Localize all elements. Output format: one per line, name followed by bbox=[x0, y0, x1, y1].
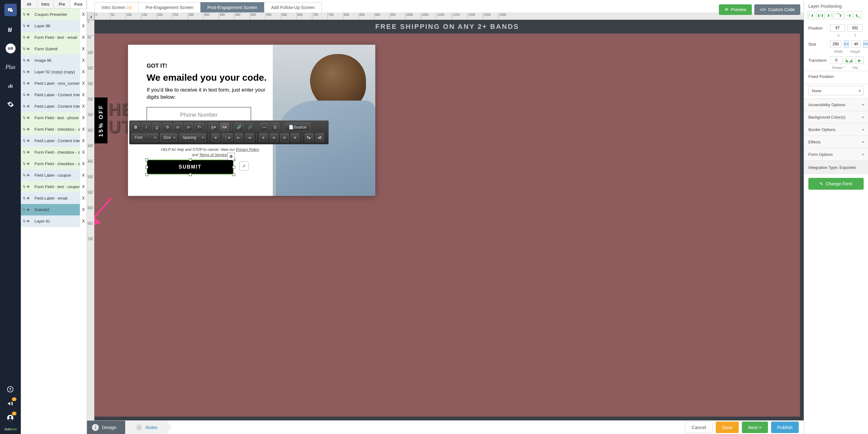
outdent-button[interactable]: ⇤ bbox=[235, 133, 243, 142]
selection-handle[interactable] bbox=[145, 158, 148, 161]
accordion-accessibility-options[interactable]: Accessibility Options▾ bbox=[804, 98, 868, 111]
delete-layer-icon[interactable]: X bbox=[80, 66, 87, 78]
selection-handle[interactable] bbox=[189, 158, 192, 161]
delete-layer-icon[interactable]: X bbox=[80, 32, 87, 43]
delete-layer-icon[interactable]: X bbox=[80, 135, 87, 146]
align-justify-button[interactable]: ≡ bbox=[291, 133, 300, 142]
drag-handle-icon[interactable]: ⇅ bbox=[21, 24, 25, 28]
layer-row[interactable]: ⇅👁Form Field - text - phoneX bbox=[21, 112, 87, 124]
banner-text[interactable]: FREE SHIPPING ON ANY 2+ BANDS bbox=[94, 20, 800, 34]
selection-handle[interactable] bbox=[145, 173, 148, 176]
align-top-icon[interactable]: ▔▮ bbox=[835, 11, 843, 19]
delete-layer-icon[interactable]: X bbox=[80, 9, 87, 20]
next-button[interactable]: Next > bbox=[742, 422, 768, 433]
drag-handle-icon[interactable]: ⇅ bbox=[21, 58, 25, 62]
width-input[interactable] bbox=[830, 40, 841, 48]
source-button[interactable]: 📄 Source bbox=[285, 123, 310, 131]
visibility-icon[interactable]: 👁 bbox=[25, 12, 31, 17]
app-logo[interactable] bbox=[4, 4, 17, 16]
align-center-h-icon[interactable]: ▮│▮ bbox=[816, 11, 825, 19]
indent-button[interactable]: ⇥ bbox=[245, 133, 254, 142]
layer-row[interactable]: ⇅👁Layer 52 (copy) (copy)X bbox=[21, 66, 87, 78]
visibility-icon[interactable]: 👁 bbox=[25, 58, 31, 63]
drag-handle-icon[interactable]: ⇅ bbox=[21, 104, 25, 108]
delete-layer-icon[interactable]: X bbox=[80, 112, 87, 124]
visibility-icon[interactable]: 👁 bbox=[25, 104, 31, 109]
layer-row[interactable]: ⇅👁Form Field - text - emailX bbox=[21, 32, 87, 43]
strike-button[interactable]: S bbox=[163, 123, 172, 131]
spacing-dropdown[interactable]: Spacing bbox=[179, 133, 206, 142]
delete-layer-icon[interactable]: X bbox=[80, 20, 87, 32]
visibility-icon[interactable]: 👁 bbox=[25, 93, 31, 97]
layer-row[interactable]: ⇅👁Form Field - text - couponX bbox=[21, 181, 87, 193]
align-right-icon[interactable]: ▮▕ bbox=[826, 11, 834, 19]
fixed-position-select[interactable]: None bbox=[808, 86, 864, 95]
delete-layer-icon[interactable]: X bbox=[80, 146, 87, 158]
visibility-icon[interactable]: 👁 bbox=[25, 81, 31, 86]
layer-row[interactable]: ⇅👁Image 96X bbox=[21, 55, 87, 66]
layer-tab-all[interactable]: All bbox=[21, 0, 37, 8]
selection-handle[interactable] bbox=[232, 173, 235, 176]
drag-handle-icon[interactable]: ⇅ bbox=[21, 93, 25, 97]
screen-tab[interactable]: Intro Screen (x) bbox=[94, 2, 138, 13]
custom-code-button[interactable]: </> Custom Code bbox=[754, 4, 800, 15]
accordion-background-color-s-[interactable]: Background Color(s)▾ bbox=[804, 111, 868, 123]
change-form-button[interactable]: ✎ Change Form bbox=[808, 178, 864, 190]
selection-handle[interactable] bbox=[145, 166, 148, 169]
announce-icon[interactable]: 5 bbox=[5, 399, 15, 408]
drag-handle-icon[interactable]: ⇅ bbox=[21, 185, 25, 189]
drag-handle-icon[interactable]: ⇅ bbox=[21, 12, 25, 16]
clear-format-button[interactable]: Tx bbox=[195, 123, 204, 131]
privacy-link[interactable]: Privacy Policy bbox=[236, 147, 259, 152]
visibility-icon[interactable]: 👁 bbox=[25, 24, 31, 28]
layer-row[interactable]: ⇅👁Field Label - Content IntegrationX bbox=[21, 101, 87, 112]
align-left-button[interactable]: ≡ bbox=[259, 133, 268, 142]
drag-handle-icon[interactable]: ⇅ bbox=[21, 196, 25, 200]
pos-y-input[interactable] bbox=[847, 24, 862, 32]
hr-button[interactable]: — bbox=[260, 123, 269, 131]
bold-button[interactable]: B bbox=[131, 123, 140, 131]
visibility-icon[interactable]: 👁 bbox=[25, 70, 31, 74]
drag-handle-icon[interactable]: ⇅ bbox=[21, 173, 25, 177]
unlink-button[interactable]: 🔗 bbox=[245, 123, 255, 131]
screen-tab[interactable]: Post-Engagement Screen bbox=[200, 2, 265, 13]
drag-handle-icon[interactable]: ⇅ bbox=[21, 219, 25, 223]
settings-icon[interactable] bbox=[6, 99, 16, 109]
width-unit[interactable]: PX bbox=[844, 40, 849, 48]
drag-handle-icon[interactable]: ⇅ bbox=[21, 70, 25, 74]
cancel-button[interactable]: Cancel bbox=[685, 422, 713, 433]
special-char-button[interactable]: Ω bbox=[271, 123, 279, 131]
ab-test-icon[interactable]: A/B bbox=[6, 43, 16, 54]
italic-button[interactable]: I bbox=[142, 123, 151, 131]
layer-row[interactable]: ⇅👁Submit2X bbox=[21, 204, 87, 215]
drag-handle-icon[interactable]: ⇅ bbox=[21, 139, 25, 143]
drag-handle-icon[interactable]: ⇅ bbox=[21, 35, 25, 39]
visibility-icon[interactable]: 👁 bbox=[25, 150, 31, 155]
step-design[interactable]: 1Design bbox=[87, 421, 125, 434]
rtl-button[interactable]: ◂¶ bbox=[315, 133, 324, 142]
delete-layer-icon[interactable]: X bbox=[80, 181, 87, 193]
layer-row[interactable]: ⇅👁Form SubmitX bbox=[21, 43, 87, 55]
height-input[interactable] bbox=[851, 40, 861, 48]
layer-row[interactable]: ⇅👁Layer 61X bbox=[21, 215, 87, 227]
selection-handle[interactable] bbox=[232, 166, 235, 169]
numlist-button[interactable]: ≡ bbox=[211, 133, 220, 142]
visibility-icon[interactable]: 👁 bbox=[25, 219, 31, 224]
delete-layer-icon[interactable]: X bbox=[80, 43, 87, 55]
delete-layer-icon[interactable]: X bbox=[80, 124, 87, 135]
step-rules[interactable]: 2Rules bbox=[125, 421, 166, 434]
layer-row[interactable]: ⇅👁Field Label - Content IntegrationX bbox=[21, 89, 87, 101]
align-left-icon[interactable]: ▏▮ bbox=[807, 11, 815, 19]
visibility-icon[interactable]: 👁 bbox=[25, 139, 31, 143]
layer-tab-pre[interactable]: Pre bbox=[54, 0, 70, 8]
drag-handle-icon[interactable]: ⇅ bbox=[21, 47, 25, 51]
delete-layer-icon[interactable]: X bbox=[80, 55, 87, 66]
drag-handle-icon[interactable]: ⇅ bbox=[21, 127, 25, 131]
share-icon[interactable]: ↗ bbox=[239, 161, 249, 171]
layer-row[interactable]: ⇅👁Field Label - Content IntegrationX bbox=[21, 135, 87, 146]
drag-handle-icon[interactable]: ⇅ bbox=[21, 150, 25, 154]
ltr-button[interactable]: ¶▸ bbox=[305, 133, 313, 142]
help-icon[interactable]: ? bbox=[5, 384, 15, 394]
accordion-effects[interactable]: Effects▾ bbox=[804, 136, 868, 148]
delete-layer-icon[interactable]: X bbox=[80, 78, 87, 89]
